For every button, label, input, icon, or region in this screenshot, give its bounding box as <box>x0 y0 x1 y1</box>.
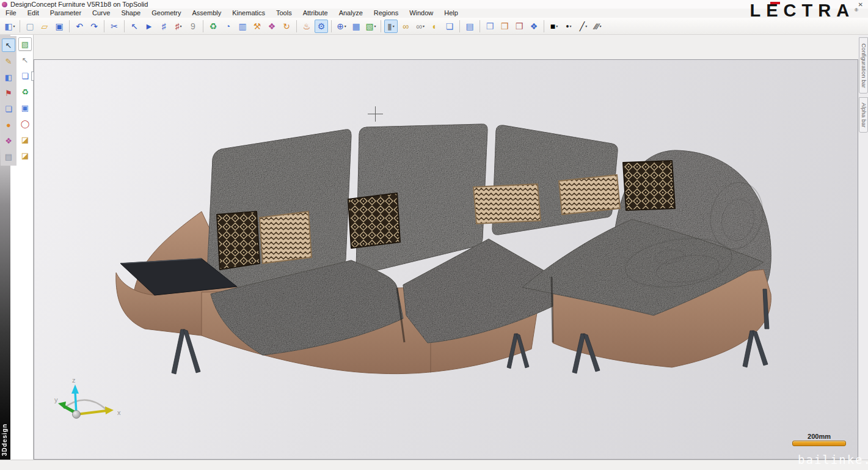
svg-text:z: z <box>72 376 76 384</box>
dropdown-caret-icon[interactable]: ▾ <box>374 24 376 28</box>
glasses-gold-button[interactable]: ∞ <box>399 20 412 33</box>
menu-item[interactable]: Parameter <box>45 9 87 18</box>
menu-item[interactable]: Window <box>404 9 439 18</box>
filter-layers-button[interactable]: ♯ ▾ <box>172 20 185 33</box>
toolbar-separator <box>331 20 332 32</box>
menu-item[interactable]: Kinematics <box>227 9 271 18</box>
sidebar-toolbar-2: ▧ ↖ ❏ ♻ ▣ ◯ ◪ ◪ <box>18 36 32 163</box>
select-cursor-button[interactable]: ↖ <box>2 39 15 52</box>
alpha-bar-tab[interactable]: Alpha bar <box>859 97 868 133</box>
undo-button[interactable]: ↶ <box>73 20 86 33</box>
toolbar-button-icon: ◧ <box>4 20 12 33</box>
menu-item[interactable]: Assembly <box>187 9 227 18</box>
zoom-frame-button[interactable]: ▦ <box>349 20 363 33</box>
toolbar-button-icon: ▱ <box>42 20 48 33</box>
hatch-style-button[interactable]: ∕∕∕ ▾ <box>591 20 605 33</box>
menu-item[interactable]: Edit <box>22 9 45 18</box>
sidebar-button-icon: ↖ <box>5 41 12 50</box>
line-style-button[interactable]: ╱ ▾ <box>577 20 590 33</box>
solid-cube-button[interactable]: ◧ <box>2 70 15 84</box>
dropdown-caret-icon[interactable]: ▾ <box>585 24 587 28</box>
axis-triad: z y x <box>54 376 121 419</box>
svg-text:y: y <box>54 396 58 403</box>
glasses-gray-button[interactable]: ∞ ▾ <box>414 20 427 33</box>
select-face-button[interactable]: ► <box>142 20 156 33</box>
stamp-tool-button[interactable]: ❏ <box>18 69 32 83</box>
gears-process-button[interactable]: ⚙ <box>315 20 328 33</box>
dropdown-caret-icon[interactable]: ▾ <box>423 24 425 28</box>
window-close-button[interactable]: ✕ <box>858 1 863 8</box>
dropdown-caret-icon[interactable]: ▾ <box>600 24 602 28</box>
recycle-tool-button[interactable]: ♻ <box>18 85 32 98</box>
material-sphere-button[interactable]: ● <box>2 118 15 131</box>
toolbar-button-icon: ♯ <box>162 20 166 33</box>
dropdown-caret-icon[interactable]: ▾ <box>393 24 395 28</box>
color-swatch-button[interactable]: ■ ▾ <box>547 20 561 33</box>
toolbar-button-icon: ↶ <box>76 20 83 33</box>
select-element-button[interactable]: ↖ <box>128 20 141 33</box>
sphere-view-button[interactable]: ◐ <box>428 20 442 33</box>
menu-item[interactable]: Shape <box>115 9 146 18</box>
toolbar-separator <box>480 20 480 32</box>
fabric-roll-button[interactable]: ▤ <box>2 150 15 163</box>
color-palette-button[interactable]: ❖ <box>2 134 15 147</box>
trowel-2-button[interactable]: ◪ <box>18 149 32 162</box>
cabinet-box-button[interactable]: ▤ <box>463 20 476 33</box>
toolbar-button-icon: ↷ <box>90 20 98 33</box>
hot-point-tool-button[interactable]: ♨ <box>300 20 313 33</box>
hand-cube-button[interactable]: ❏ <box>443 20 456 33</box>
view-cube-button[interactable]: ◧ ▾ <box>3 20 16 33</box>
menu-item[interactable]: Attribute <box>297 9 334 18</box>
texture-stamp-2-button[interactable]: ❒ <box>498 20 511 33</box>
toolbar-button-icon: ❏ <box>446 20 454 33</box>
menu-item[interactable]: Curve <box>87 9 115 18</box>
open-document-button[interactable]: ▱ <box>38 20 51 33</box>
sketch-pencil-button[interactable]: ✎ <box>2 54 15 68</box>
sidebar-button-icon: ▣ <box>21 103 29 112</box>
configuration-bar-tab[interactable]: Configuration bar <box>859 37 868 94</box>
battery-level-button[interactable]: ▮ ▾ <box>384 20 398 33</box>
select-person-button[interactable]: ↖ <box>18 53 32 67</box>
menu-item[interactable]: Help <box>439 9 464 18</box>
dropdown-caret-icon[interactable]: ▾ <box>569 24 571 28</box>
dropdown-caret-icon[interactable]: ▾ <box>556 24 558 28</box>
dropdown-caret-icon[interactable]: ▾ <box>13 24 15 28</box>
redo-button[interactable]: ↷ <box>87 20 101 33</box>
viewport-3d[interactable]: z y x 200mm <box>34 59 858 460</box>
zoom-magnifier-button[interactable]: ⊕ ▾ <box>335 20 348 33</box>
menu-item[interactable]: Regions <box>368 9 404 18</box>
document-folder-button[interactable]: ❏ <box>2 102 15 116</box>
box-tool-button[interactable]: ▣ <box>18 101 32 114</box>
texture-stamp-3-button[interactable]: ❒ <box>512 20 526 33</box>
sofa-3d-model[interactable]: z y x <box>34 60 858 460</box>
menu-item[interactable]: Analyze <box>334 9 368 18</box>
dropdown-caret-icon[interactable]: ▾ <box>345 24 346 28</box>
render-image-button[interactable]: ▧ ▾ <box>364 20 377 33</box>
workshop-button[interactable]: ◔ <box>221 20 235 33</box>
control-sliders-button[interactable]: ▥ <box>236 20 249 33</box>
sidebar-button-icon: ❖ <box>5 136 12 145</box>
dropdown-caret-icon[interactable]: ▾ <box>180 24 181 28</box>
filter-attributes-button[interactable]: ♯ <box>157 20 170 33</box>
mode-tab-3ddesign[interactable]: 3Ddesign <box>1 424 8 456</box>
point-style-button[interactable]: • ▾ <box>562 20 575 33</box>
trowel-1-button[interactable]: ◪ <box>18 133 32 146</box>
snap-magnet-button[interactable]: 9 <box>186 20 200 33</box>
cut-button[interactable]: ✂ <box>108 20 121 33</box>
gasket-ring-button[interactable]: ◯ <box>18 117 32 130</box>
menu-item[interactable]: Geometry <box>146 9 186 18</box>
assembly-flag-button[interactable]: ⚑ <box>2 86 15 100</box>
refresh-update-button[interactable]: ↻ <box>280 20 293 33</box>
menu-item[interactable]: Tools <box>271 9 297 18</box>
toolbar-button-icon: ❒ <box>501 20 509 33</box>
sidebar-button-icon: ❏ <box>21 72 29 81</box>
texture-stamp-1-button[interactable]: ❒ <box>483 20 497 33</box>
shield-texture-button[interactable]: ❖ <box>527 20 541 33</box>
hammer-tool-button[interactable]: ⚒ <box>250 20 264 33</box>
insert-image-button[interactable]: ▧ <box>18 37 32 51</box>
new-document-button[interactable]: ▢ <box>23 20 37 33</box>
recycle-bin-button[interactable]: ♻ <box>206 20 220 33</box>
menu-item[interactable]: File <box>0 9 22 18</box>
snap-points-button[interactable]: ❖ <box>265 20 279 33</box>
save-document-button[interactable]: ▣ <box>53 20 66 33</box>
